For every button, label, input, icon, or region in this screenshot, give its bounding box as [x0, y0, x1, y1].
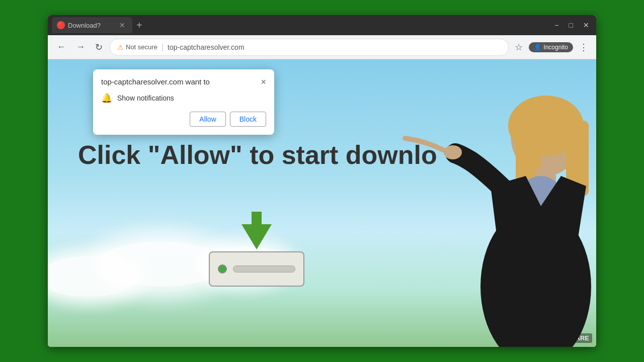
browser-tab[interactable]: 🔴 Download? ✕ [52, 17, 132, 33]
reload-button[interactable]: ↻ [92, 40, 106, 55]
permission-label: Show notifications [117, 94, 174, 102]
url-bar[interactable]: ⚠ Not secure | top-captcharesolver.com [110, 39, 509, 56]
incognito-badge: 👤 Incognito [529, 42, 573, 52]
toolbar-right: ☆ 👤 Incognito ⋮ [513, 40, 590, 55]
dialog-close-button[interactable]: × [261, 77, 266, 86]
address-bar: ← → ↻ ⚠ Not secure | top-captcharesolver… [48, 35, 596, 59]
dialog-header: top-captcharesolver.com want to × [101, 77, 266, 86]
window-controls: − □ ✕ [551, 20, 592, 30]
tab-favicon: 🔴 [57, 21, 65, 29]
download-arrow-icon [242, 224, 272, 249]
incognito-label: Incognito [543, 44, 568, 51]
dialog-permission: 🔔 Show notifications [101, 93, 266, 104]
woman-figure [395, 59, 596, 347]
browser-window: 🔴 Download? ✕ + − □ ✕ ← → ↻ ⚠ Not secure [48, 15, 596, 347]
download-drive-icon [209, 251, 304, 287]
title-bar: 🔴 Download? ✕ + − □ ✕ [48, 15, 596, 35]
back-button[interactable]: ← [54, 40, 69, 54]
close-button[interactable]: ✕ [580, 20, 592, 30]
minimize-button[interactable]: − [551, 20, 561, 30]
bookmark-icon[interactable]: ☆ [513, 40, 525, 55]
tab-close-button[interactable]: ✕ [117, 20, 127, 30]
menu-icon[interactable]: ⋮ [577, 40, 590, 55]
maximize-button[interactable]: □ [566, 20, 576, 30]
outer-frame: 🔴 Download? ✕ + − □ ✕ ← → ↻ ⚠ Not secure [48, 15, 596, 347]
dialog-buttons: Allow Block [101, 112, 266, 127]
allow-button[interactable]: Allow [190, 112, 225, 127]
not-secure-label: Not secure [126, 43, 157, 51]
drive-light [218, 264, 227, 274]
page-main-text: Click "Allow" to start downlo [78, 140, 437, 170]
drive-slot [233, 265, 295, 273]
incognito-icon: 👤 [534, 44, 541, 51]
bell-icon: 🔔 [101, 93, 112, 104]
notification-dialog: top-captcharesolver.com want to × 🔔 Show… [93, 69, 274, 135]
url-text: top-captcharesolver.com [168, 43, 245, 51]
warning-icon: ⚠ [117, 43, 124, 51]
address-separator: | [162, 43, 164, 52]
dialog-title: top-captcharesolver.com want to [101, 77, 210, 86]
tab-title: Download? [68, 22, 101, 29]
new-tab-button[interactable]: + [132, 20, 146, 31]
download-area [209, 224, 304, 287]
block-button[interactable]: Block [230, 112, 266, 127]
page-content: Click "Allow" to start downlo top-captch… [48, 59, 596, 347]
forward-button[interactable]: → [73, 40, 88, 54]
tab-area: 🔴 Download? ✕ + [52, 17, 547, 33]
security-indicator: ⚠ Not secure [117, 43, 157, 51]
